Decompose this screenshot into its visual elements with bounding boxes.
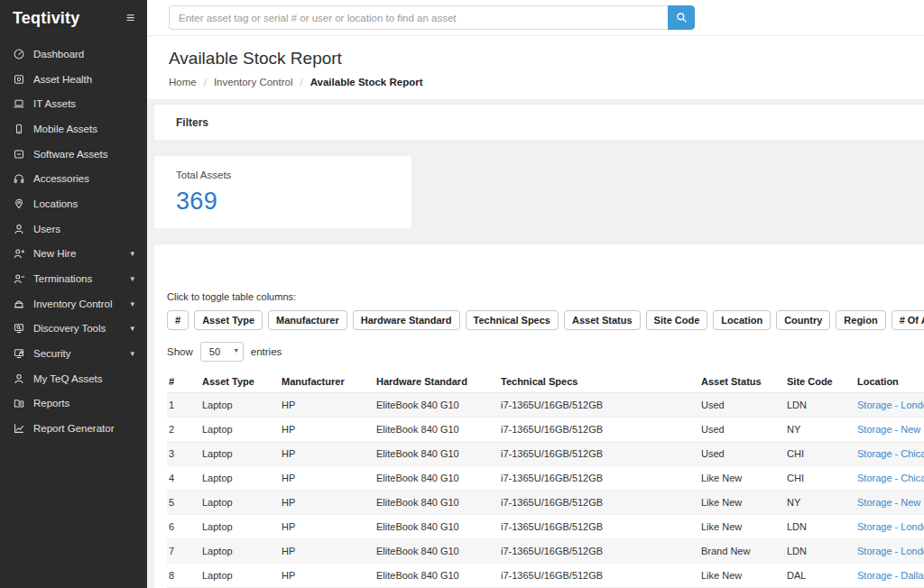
page-size-select[interactable]: 50 (200, 342, 244, 362)
location-link[interactable]: Storage - Chicago (855, 466, 924, 491)
sidebar-item-new-hire[interactable]: New Hire▾ (0, 242, 147, 267)
sidebar-item-accessories[interactable]: Accessories (0, 166, 147, 191)
chevron-down-icon: ▾ (130, 299, 134, 308)
table-cell: HP (280, 393, 374, 418)
software-box-icon (13, 148, 25, 161)
sidebar-item-inventory-control[interactable]: Inventory Control▾ (0, 291, 147, 317)
table-cell: EliteBook 840 G10 (374, 418, 499, 442)
sidebar-item-label: Software Assets (33, 149, 107, 160)
column-toggle-num[interactable]: # (167, 310, 189, 330)
monitor-lock-icon (13, 347, 25, 360)
table-cell: Laptop (200, 418, 280, 442)
sidebar-item-security[interactable]: Security▾ (0, 341, 147, 366)
table-cell: CHI (785, 466, 855, 491)
location-link[interactable]: Storage - New York (855, 491, 924, 515)
sidebar-item-terminations[interactable]: Terminations▾ (0, 266, 147, 291)
chevron-down-icon: ▾ (130, 274, 134, 283)
inventory-box-icon (13, 298, 25, 310)
table-cell: i7-1365U/16GB/512GB (499, 418, 699, 442)
sidebar-item-label: IT Assets (33, 98, 76, 109)
page-title: Available Stock Report (169, 49, 902, 69)
sidebar-item-dashboard[interactable]: Dashboard (0, 41, 147, 67)
location-link[interactable]: Storage - Dallas (855, 564, 924, 588)
table-row: 8LaptopHPEliteBook 840 G10i7-1365U/16GB/… (167, 564, 924, 588)
column-header-num[interactable]: # (167, 371, 200, 393)
search-button[interactable] (668, 5, 695, 30)
sidebar-item-my-teq-assets[interactable]: My TeQ Assets (0, 366, 147, 391)
column-header-site-code[interactable]: Site Code (785, 371, 855, 393)
column-toggle-asset-type[interactable]: Asset Type (194, 310, 263, 330)
show-label: Show (167, 346, 193, 357)
sidebar-item-it-assets[interactable]: IT Assets (0, 91, 147, 116)
sidebar-item-label: Locations (33, 198, 78, 209)
folder-icon (13, 397, 25, 409)
sidebar-item-discovery-tools[interactable]: Discovery Tools▾ (0, 317, 147, 342)
column-header-asset-status[interactable]: Asset Status (699, 371, 785, 393)
column-toggle-hardware-standard[interactable]: Hardware Standard (353, 310, 460, 330)
sidebar-item-label: New Hire (33, 248, 76, 259)
column-toggle-location[interactable]: Location (713, 310, 771, 330)
table-cell: 6 (167, 515, 200, 539)
table-row: 5LaptopHPEliteBook 840 G10i7-1365U/16GB/… (167, 491, 924, 515)
breadcrumb-separator: / (204, 77, 207, 87)
table-cell: Laptop (200, 491, 280, 515)
breadcrumb-separator: / (300, 77, 302, 87)
location-link[interactable]: Storage - London (855, 515, 924, 539)
sidebar-item-label: My TeQ Assets (33, 373, 102, 384)
sidebar-item-asset-health[interactable]: Asset Health (0, 67, 147, 92)
table-cell: Laptop (200, 539, 280, 564)
column-header-hardware-standard[interactable]: Hardware Standard (374, 371, 499, 393)
user-icon (13, 372, 25, 385)
sidebar-item-reports[interactable]: Reports (0, 391, 147, 417)
table-cell: LDN (785, 539, 855, 564)
table-cell: 1 (167, 393, 200, 418)
sidebar-item-mobile-assets[interactable]: Mobile Assets (0, 116, 147, 142)
sidebar-item-label: Report Generator (33, 423, 115, 434)
table-row: 2LaptopHPEliteBook 840 G10i7-1365U/16GB/… (167, 418, 924, 442)
table-cell: i7-1365U/16GB/512GB (499, 539, 699, 564)
sidebar-item-software-assets[interactable]: Software Assets (0, 142, 147, 167)
column-header-asset-type[interactable]: Asset Type (200, 371, 280, 393)
column-toggle-technical-specs[interactable]: Technical Specs (466, 310, 559, 330)
location-link[interactable]: Storage - London (855, 539, 924, 564)
column-toggle-site-code[interactable]: Site Code (646, 310, 708, 330)
table-cell: Used (699, 442, 785, 466)
sidebar-item-report-generator[interactable]: Report Generator (0, 416, 147, 441)
sidebar-item-label: Asset Health (33, 74, 92, 85)
sidebar-item-users[interactable]: Users (0, 216, 147, 242)
column-toggle-country[interactable]: Country (776, 310, 830, 330)
table-cell: Used (699, 418, 785, 442)
table-cell: CHI (785, 442, 855, 466)
chart-line-icon (13, 422, 25, 435)
column-toggle-region[interactable]: Region (836, 310, 885, 330)
table-cell: LDN (785, 515, 855, 539)
column-header-location[interactable]: Location (855, 371, 924, 393)
user-minus-icon (13, 272, 25, 285)
column-toggle-manufacturer[interactable]: Manufacturer (268, 310, 347, 330)
table-cell: Laptop (200, 393, 280, 418)
headphones-icon (13, 172, 25, 185)
table-cell: Like New (699, 466, 785, 491)
location-link[interactable]: Storage - New York (855, 418, 924, 442)
location-link[interactable]: Storage - Chicago (855, 442, 924, 466)
table-row: 1LaptopHPEliteBook 840 G10i7-1365U/16GB/… (167, 393, 924, 418)
column-header-technical-specs[interactable]: Technical Specs (499, 371, 699, 393)
column-toggle-asset-status[interactable]: Asset Status (564, 310, 641, 330)
table-cell: EliteBook 840 G10 (374, 393, 499, 418)
search-input[interactable] (169, 5, 668, 30)
sidebar-item-locations[interactable]: Locations (0, 191, 147, 216)
column-header-manufacturer[interactable]: Manufacturer (280, 371, 374, 393)
location-pin-icon (13, 198, 25, 210)
location-link[interactable]: Storage - London (855, 393, 924, 418)
filters-panel[interactable]: Filters (154, 105, 924, 140)
menu-toggle-icon[interactable]: ≡ (126, 11, 134, 25)
column-toggle-num-of-assets[interactable]: # Of Assets (892, 310, 924, 330)
table-cell: EliteBook 840 G10 (374, 466, 499, 491)
breadcrumb-inventory-control[interactable]: Inventory Control (214, 77, 293, 87)
breadcrumb-home[interactable]: Home (169, 77, 197, 87)
topbar (147, 0, 924, 36)
app-logo: Teqtivity (13, 9, 79, 28)
dashboard-icon (13, 48, 25, 60)
table-row: 6LaptopHPEliteBook 840 G10i7-1365U/16GB/… (167, 515, 924, 539)
table-cell: Used (699, 393, 785, 418)
